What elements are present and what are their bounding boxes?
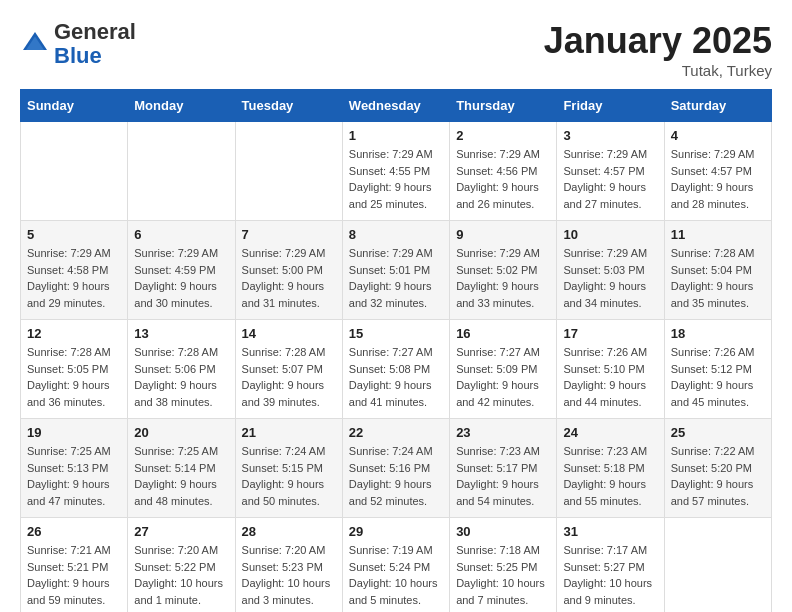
calendar-cell: 18Sunrise: 7:26 AM Sunset: 5:12 PM Dayli… — [664, 320, 771, 419]
calendar-cell: 24Sunrise: 7:23 AM Sunset: 5:18 PM Dayli… — [557, 419, 664, 518]
day-number: 27 — [134, 524, 228, 539]
calendar-cell: 28Sunrise: 7:20 AM Sunset: 5:23 PM Dayli… — [235, 518, 342, 613]
calendar-cell: 11Sunrise: 7:28 AM Sunset: 5:04 PM Dayli… — [664, 221, 771, 320]
logo: General Blue — [20, 20, 136, 68]
day-detail: Sunrise: 7:21 AM Sunset: 5:21 PM Dayligh… — [27, 542, 121, 608]
day-number: 15 — [349, 326, 443, 341]
calendar-week-row: 1Sunrise: 7:29 AM Sunset: 4:55 PM Daylig… — [21, 122, 772, 221]
day-detail: Sunrise: 7:29 AM Sunset: 5:00 PM Dayligh… — [242, 245, 336, 311]
day-detail: Sunrise: 7:26 AM Sunset: 5:12 PM Dayligh… — [671, 344, 765, 410]
day-detail: Sunrise: 7:29 AM Sunset: 4:57 PM Dayligh… — [671, 146, 765, 212]
day-detail: Sunrise: 7:17 AM Sunset: 5:27 PM Dayligh… — [563, 542, 657, 608]
calendar-cell: 8Sunrise: 7:29 AM Sunset: 5:01 PM Daylig… — [342, 221, 449, 320]
day-number: 19 — [27, 425, 121, 440]
day-detail: Sunrise: 7:27 AM Sunset: 5:09 PM Dayligh… — [456, 344, 550, 410]
calendar-cell: 22Sunrise: 7:24 AM Sunset: 5:16 PM Dayli… — [342, 419, 449, 518]
calendar-table: SundayMondayTuesdayWednesdayThursdayFrid… — [20, 89, 772, 612]
calendar-cell: 26Sunrise: 7:21 AM Sunset: 5:21 PM Dayli… — [21, 518, 128, 613]
calendar-cell: 25Sunrise: 7:22 AM Sunset: 5:20 PM Dayli… — [664, 419, 771, 518]
calendar-cell: 13Sunrise: 7:28 AM Sunset: 5:06 PM Dayli… — [128, 320, 235, 419]
calendar-cell: 17Sunrise: 7:26 AM Sunset: 5:10 PM Dayli… — [557, 320, 664, 419]
calendar-cell: 12Sunrise: 7:28 AM Sunset: 5:05 PM Dayli… — [21, 320, 128, 419]
day-detail: Sunrise: 7:29 AM Sunset: 4:55 PM Dayligh… — [349, 146, 443, 212]
calendar-cell: 27Sunrise: 7:20 AM Sunset: 5:22 PM Dayli… — [128, 518, 235, 613]
day-detail: Sunrise: 7:20 AM Sunset: 5:23 PM Dayligh… — [242, 542, 336, 608]
day-number: 10 — [563, 227, 657, 242]
day-number: 2 — [456, 128, 550, 143]
header-friday: Friday — [557, 90, 664, 122]
calendar-cell: 21Sunrise: 7:24 AM Sunset: 5:15 PM Dayli… — [235, 419, 342, 518]
calendar-week-row: 5Sunrise: 7:29 AM Sunset: 4:58 PM Daylig… — [21, 221, 772, 320]
month-title: January 2025 — [544, 20, 772, 62]
day-detail: Sunrise: 7:25 AM Sunset: 5:13 PM Dayligh… — [27, 443, 121, 509]
calendar-cell — [128, 122, 235, 221]
day-number: 29 — [349, 524, 443, 539]
calendar-cell: 16Sunrise: 7:27 AM Sunset: 5:09 PM Dayli… — [450, 320, 557, 419]
day-detail: Sunrise: 7:29 AM Sunset: 4:56 PM Dayligh… — [456, 146, 550, 212]
calendar-cell: 19Sunrise: 7:25 AM Sunset: 5:13 PM Dayli… — [21, 419, 128, 518]
day-detail: Sunrise: 7:26 AM Sunset: 5:10 PM Dayligh… — [563, 344, 657, 410]
day-number: 7 — [242, 227, 336, 242]
day-detail: Sunrise: 7:23 AM Sunset: 5:17 PM Dayligh… — [456, 443, 550, 509]
day-number: 9 — [456, 227, 550, 242]
logo-blue: Blue — [54, 43, 102, 68]
header-tuesday: Tuesday — [235, 90, 342, 122]
day-number: 13 — [134, 326, 228, 341]
calendar-cell: 14Sunrise: 7:28 AM Sunset: 5:07 PM Dayli… — [235, 320, 342, 419]
day-detail: Sunrise: 7:28 AM Sunset: 5:05 PM Dayligh… — [27, 344, 121, 410]
day-detail: Sunrise: 7:28 AM Sunset: 5:04 PM Dayligh… — [671, 245, 765, 311]
calendar-cell: 15Sunrise: 7:27 AM Sunset: 5:08 PM Dayli… — [342, 320, 449, 419]
day-number: 3 — [563, 128, 657, 143]
day-detail: Sunrise: 7:29 AM Sunset: 4:58 PM Dayligh… — [27, 245, 121, 311]
calendar-cell: 7Sunrise: 7:29 AM Sunset: 5:00 PM Daylig… — [235, 221, 342, 320]
calendar-cell — [235, 122, 342, 221]
calendar-cell: 4Sunrise: 7:29 AM Sunset: 4:57 PM Daylig… — [664, 122, 771, 221]
day-number: 17 — [563, 326, 657, 341]
day-detail: Sunrise: 7:20 AM Sunset: 5:22 PM Dayligh… — [134, 542, 228, 608]
calendar-cell: 6Sunrise: 7:29 AM Sunset: 4:59 PM Daylig… — [128, 221, 235, 320]
day-number: 4 — [671, 128, 765, 143]
day-detail: Sunrise: 7:29 AM Sunset: 4:59 PM Dayligh… — [134, 245, 228, 311]
calendar-cell: 20Sunrise: 7:25 AM Sunset: 5:14 PM Dayli… — [128, 419, 235, 518]
calendar-header-row: SundayMondayTuesdayWednesdayThursdayFrid… — [21, 90, 772, 122]
day-number: 6 — [134, 227, 228, 242]
page-header: General Blue January 2025 Tutak, Turkey — [20, 20, 772, 79]
logo-text: General Blue — [54, 20, 136, 68]
day-number: 1 — [349, 128, 443, 143]
day-detail: Sunrise: 7:28 AM Sunset: 5:07 PM Dayligh… — [242, 344, 336, 410]
day-detail: Sunrise: 7:24 AM Sunset: 5:15 PM Dayligh… — [242, 443, 336, 509]
day-number: 12 — [27, 326, 121, 341]
calendar-cell: 2Sunrise: 7:29 AM Sunset: 4:56 PM Daylig… — [450, 122, 557, 221]
day-number: 30 — [456, 524, 550, 539]
day-detail: Sunrise: 7:22 AM Sunset: 5:20 PM Dayligh… — [671, 443, 765, 509]
calendar-week-row: 12Sunrise: 7:28 AM Sunset: 5:05 PM Dayli… — [21, 320, 772, 419]
day-number: 14 — [242, 326, 336, 341]
day-detail: Sunrise: 7:28 AM Sunset: 5:06 PM Dayligh… — [134, 344, 228, 410]
calendar-cell: 23Sunrise: 7:23 AM Sunset: 5:17 PM Dayli… — [450, 419, 557, 518]
calendar-cell: 5Sunrise: 7:29 AM Sunset: 4:58 PM Daylig… — [21, 221, 128, 320]
calendar-cell — [21, 122, 128, 221]
location-subtitle: Tutak, Turkey — [544, 62, 772, 79]
day-number: 21 — [242, 425, 336, 440]
calendar-cell: 9Sunrise: 7:29 AM Sunset: 5:02 PM Daylig… — [450, 221, 557, 320]
header-thursday: Thursday — [450, 90, 557, 122]
day-detail: Sunrise: 7:19 AM Sunset: 5:24 PM Dayligh… — [349, 542, 443, 608]
header-saturday: Saturday — [664, 90, 771, 122]
day-detail: Sunrise: 7:29 AM Sunset: 5:02 PM Dayligh… — [456, 245, 550, 311]
day-number: 25 — [671, 425, 765, 440]
header-wednesday: Wednesday — [342, 90, 449, 122]
calendar-week-row: 26Sunrise: 7:21 AM Sunset: 5:21 PM Dayli… — [21, 518, 772, 613]
day-number: 18 — [671, 326, 765, 341]
day-detail: Sunrise: 7:27 AM Sunset: 5:08 PM Dayligh… — [349, 344, 443, 410]
calendar-week-row: 19Sunrise: 7:25 AM Sunset: 5:13 PM Dayli… — [21, 419, 772, 518]
title-block: January 2025 Tutak, Turkey — [544, 20, 772, 79]
header-sunday: Sunday — [21, 90, 128, 122]
day-number: 22 — [349, 425, 443, 440]
calendar-cell — [664, 518, 771, 613]
day-number: 16 — [456, 326, 550, 341]
day-detail: Sunrise: 7:25 AM Sunset: 5:14 PM Dayligh… — [134, 443, 228, 509]
header-monday: Monday — [128, 90, 235, 122]
day-number: 5 — [27, 227, 121, 242]
calendar-cell: 29Sunrise: 7:19 AM Sunset: 5:24 PM Dayli… — [342, 518, 449, 613]
calendar-cell: 31Sunrise: 7:17 AM Sunset: 5:27 PM Dayli… — [557, 518, 664, 613]
